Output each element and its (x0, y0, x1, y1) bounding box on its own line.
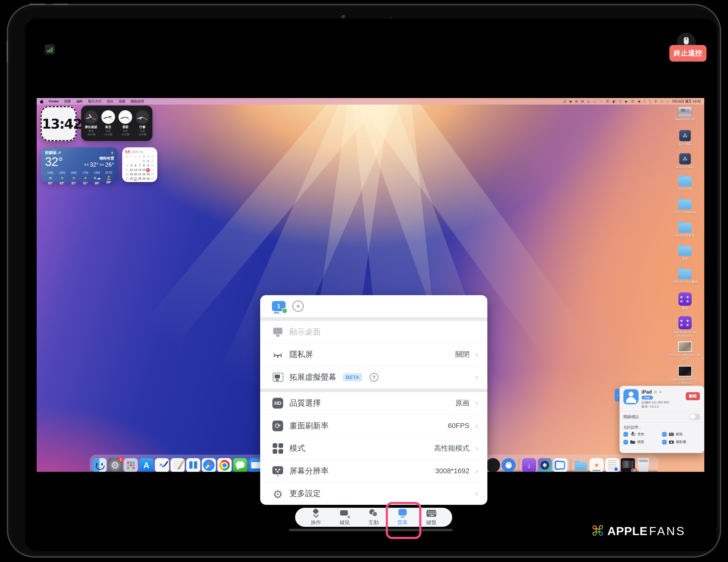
menu-item-7[interactable]: 更多設定› (260, 482, 487, 505)
add-display-button[interactable]: + (292, 301, 304, 312)
menubar-status-icon[interactable]: ⚍ (587, 100, 590, 103)
calendar-day[interactable]: 18 (125, 172, 129, 176)
end-remote-button[interactable]: 終止遠控 (669, 45, 707, 62)
annotation-toggle[interactable] (690, 414, 700, 420)
digital-clock-widget[interactable]: 13:42 (41, 106, 77, 141)
dock-icon-safari[interactable] (202, 458, 216, 472)
desktop-icon-folder[interactable]: 2025 封面 (666, 176, 704, 191)
calendar-day[interactable]: 2 (146, 159, 150, 163)
checkbox-checked-icon[interactable]: ✓ (662, 440, 667, 444)
dock-icon-messages[interactable] (233, 458, 247, 472)
desktop-icon-folder[interactable]: 2025 Facebook (666, 200, 704, 214)
world-clock-widget[interactable]: 庫比提諾昨天-15小時東京今天+1小時雪梨今天+2小時巴黎今天-6小時 (81, 106, 152, 141)
toolbar-button-keyboard[interactable]: 鍵盤 (420, 509, 443, 526)
calendar-day[interactable]: 5 (129, 163, 133, 168)
menubar-status-icon[interactable]: ◆ (569, 100, 572, 103)
checkbox-checked-icon[interactable]: ✓ (662, 432, 667, 437)
calendar-day[interactable]: 13 (133, 168, 138, 172)
calendar-day[interactable]: 29 (142, 177, 146, 181)
dock-icon-uniconverter[interactable] (502, 458, 516, 472)
toolbar-button-kbdmouse[interactable]: 鍵鼠 (333, 509, 356, 526)
menubar-status-icon[interactable]: ◑ (667, 100, 668, 103)
menubar-menu-go[interactable]: 前往 (107, 99, 113, 104)
menubar-status-icon[interactable]: Ⓟ (606, 100, 609, 103)
desktop-icon-server[interactable]: ⁂APPLEFANS (666, 153, 704, 169)
calendar-day[interactable]: 31 (150, 177, 154, 181)
menubar-status-icon[interactable]: ❏ (563, 100, 566, 103)
desktop-icon-drive[interactable]: Macintosh HD (666, 107, 704, 121)
calendar-day[interactable]: 15 (142, 168, 146, 172)
menubar-menu-view[interactable]: 顯示方式 (88, 99, 101, 104)
dock-icon-videoproc[interactable] (538, 458, 552, 472)
menubar-status-icon[interactable]: ✦ (600, 100, 602, 103)
menubar-datetime[interactable]: 5月16日 週五 13:42 (672, 99, 701, 104)
desktop-icon-stars[interactable]: ★ ★ ★ ★素材 (666, 292, 704, 310)
dock-icon-fcp-circle[interactable] (486, 458, 500, 472)
menubar-menu-help[interactable]: 輔助說明 (131, 99, 144, 104)
dock-icon-launchpad[interactable] (124, 458, 138, 472)
calendar-day[interactable] (133, 159, 138, 163)
checkbox-checked-icon[interactable]: ✓ (623, 440, 628, 444)
call-icon[interactable]: ✆ (654, 390, 657, 394)
apple-logo-icon[interactable] (40, 99, 43, 103)
dock-icon-goodnotes[interactable] (155, 458, 169, 472)
desktop-icon-stars[interactable]: ★ ★ ★ ★MacBook Air M4 Review/NAS (666, 316, 704, 338)
help-icon[interactable]: ? (370, 373, 378, 382)
desktop-icon-image-dark[interactable]: CleanShot 2025-0…3.40@2x (666, 366, 704, 385)
menubar-status-icon[interactable]: ☼ (594, 100, 596, 103)
dock-icon-screenrec[interactable] (553, 458, 567, 472)
dock-icon-appstore[interactable] (139, 458, 153, 472)
menubar-status-icon[interactable]: ▶ (625, 100, 627, 103)
calendar-day[interactable]: 16 (146, 168, 150, 172)
weather-widget[interactable]: 前鎮區 ⬀ 32° ☀ 晴時有雲 最高 32° 最低 26° (41, 147, 118, 182)
dock-icon-folder[interactable] (574, 458, 588, 472)
dock-icon-pages[interactable] (171, 458, 185, 472)
menu-item-3[interactable]: 品質選擇原画› (260, 392, 487, 415)
calendar-day[interactable]: 14 (138, 168, 142, 172)
menubar-menu-edit[interactable]: 編輯 (76, 99, 83, 104)
menu-item-2[interactable]: 拓展虛擬螢幕BETA?› (260, 366, 487, 389)
calendar-day[interactable]: 27 (133, 177, 138, 181)
menubar-status-icon[interactable]: ⊞ (581, 100, 584, 103)
calendar-day[interactable]: 12 (129, 168, 133, 172)
menubar-status-icon[interactable]: ⚲ (654, 100, 657, 103)
calendar-day[interactable]: 10 (150, 163, 154, 168)
calendar-widget[interactable]: 5月 四月十九 日一二三四五六1234567891011121314151617… (122, 147, 157, 182)
menubar-status-icon[interactable]: ⚇ (660, 100, 663, 103)
calendar-day[interactable]: 8 (142, 163, 146, 168)
calendar-day[interactable]: 25 (125, 177, 129, 181)
calendar-day[interactable]: 21 (138, 172, 142, 176)
menu-item-6[interactable]: 屏幕分辨率3008*1692› (260, 460, 487, 482)
calendar-day[interactable]: 4 (125, 163, 129, 168)
toolbar-button-actions[interactable]: 操作 (305, 509, 327, 526)
calendar-day[interactable]: 20 (133, 172, 138, 176)
menubar-status-icon[interactable]: ◧ (613, 100, 615, 103)
dock-icon-finder[interactable] (92, 458, 107, 472)
calendar-day[interactable]: 22 (142, 172, 146, 176)
desktop-icon-folder[interactable]: 未命名檔案夾 (666, 223, 704, 237)
menu-item-1[interactable]: 隱私屏關閉› (260, 343, 487, 366)
calendar-day[interactable]: 11 (125, 168, 129, 172)
menubar-menu-window[interactable]: 視窗 (119, 99, 125, 104)
desktop-icon-image[interactable]: 2025-04- videopro…ter-ai20 (666, 341, 704, 360)
calendar-day[interactable] (138, 159, 142, 163)
dock-icon-downie[interactable] (522, 458, 536, 472)
calendar-day[interactable]: 24 (150, 172, 154, 176)
dock-icon-trash[interactable] (636, 458, 651, 472)
disconnect-button[interactable]: 斷開 (686, 392, 700, 400)
display-1-icon[interactable]: 1✓ (272, 301, 286, 311)
desktop-icon-folder[interactable]: 素材 (666, 246, 704, 260)
menubar-status-icon[interactable]: ⬡ (619, 100, 621, 103)
menubar-status-icon[interactable]: Ⓐ (631, 100, 634, 103)
calendar-day[interactable]: 1 (142, 159, 146, 163)
calendar-day[interactable] (125, 159, 129, 163)
dock-icon-fcp-project[interactable] (621, 458, 635, 472)
menubar-menu-file[interactable]: 檔案 (64, 99, 71, 104)
desktop-icon-server[interactable]: ⁂影片專案 (666, 130, 704, 146)
calendar-day[interactable]: 17 (150, 168, 154, 172)
menubar-status-icon[interactable]: ⧉ (575, 100, 578, 103)
home-indicator[interactable] (289, 529, 453, 531)
calendar-day[interactable]: 3 (150, 159, 154, 163)
calendar-day[interactable]: 7 (138, 163, 142, 168)
calendar-day[interactable]: 28 (138, 177, 142, 181)
